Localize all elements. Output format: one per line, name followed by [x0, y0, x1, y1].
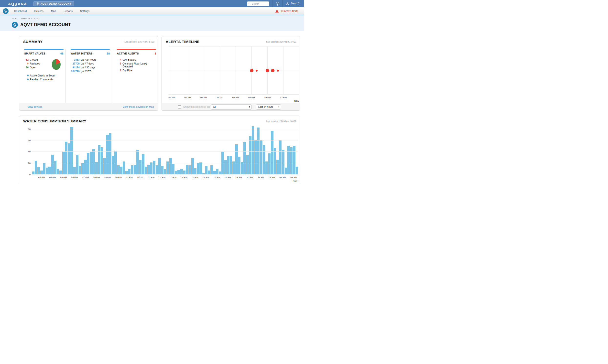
- consumption-bar: [95, 162, 97, 174]
- consumption-bar: [287, 146, 290, 174]
- consumption-bar: [197, 163, 199, 174]
- nav-tab-settings[interactable]: Settings: [80, 10, 90, 13]
- alert-event-dot[interactable]: [266, 69, 269, 72]
- y-axis-label: 20: [25, 162, 30, 164]
- water-meters-count: 68: [107, 52, 110, 55]
- consumption-bar: [265, 161, 268, 174]
- y-gridline: [32, 174, 298, 174]
- stat-row: 4Low Battery: [117, 58, 156, 61]
- nav-tab-devices[interactable]: Devices: [34, 10, 43, 13]
- timeline-gridline: [236, 46, 236, 94]
- top-app-bar: AQUANA AQVT DEMO ACCOUNT ? Dean C: [0, 0, 304, 7]
- consumption-bar: [98, 145, 100, 174]
- y-axis-label: 0: [25, 173, 30, 176]
- primary-nav: DashboardDevicesMapReportsSettings 19 Ac…: [0, 7, 304, 15]
- app-logo-icon[interactable]: [3, 8, 9, 14]
- time-range-select[interactable]: Last 24 hours ▲▼: [256, 104, 281, 109]
- search-icon: [249, 2, 251, 5]
- stat-label: Pending Commands: [30, 78, 53, 81]
- account-selector-button[interactable]: AQVT DEMO ACCOUNT: [33, 1, 74, 6]
- y-gridline: [32, 129, 298, 129]
- stat-value: 2883: [71, 58, 80, 61]
- consumption-bar: [106, 135, 108, 174]
- active-alerts-badge[interactable]: 19 Active Alerts: [275, 9, 298, 13]
- stat-label: Low Battery: [122, 58, 136, 61]
- alert-event-dot[interactable]: [271, 69, 274, 72]
- consumption-bar: [246, 155, 249, 174]
- alert-triangle-icon: [275, 9, 279, 13]
- stat-label: gal / YTD: [81, 70, 92, 73]
- view-devices-link[interactable]: View devices: [27, 105, 42, 108]
- timeline-gridline: [204, 46, 204, 94]
- bar-series: [32, 124, 298, 174]
- alerts-timeline-card: ALERTS TIMELINE Last updated: 2:26:46pm,…: [161, 36, 300, 111]
- help-icon[interactable]: ?: [276, 2, 279, 6]
- consumption-bar: [232, 161, 235, 174]
- user-name[interactable]: Dean C: [291, 2, 300, 5]
- stat-row: 12Closed: [24, 58, 52, 61]
- y-axis-label: 60: [25, 139, 30, 142]
- breadcrumb[interactable]: AQVT DEMO ACCOUNT: [12, 17, 304, 20]
- timeline-tick-label: Fri 04: [217, 96, 223, 99]
- nav-tab-map[interactable]: Map: [51, 10, 56, 13]
- timeline-tick-label: 09 AM: [264, 96, 271, 99]
- stat-value: 0: [24, 62, 29, 65]
- timeline-baseline: [169, 94, 299, 94]
- alert-event-dot[interactable]: [277, 70, 279, 72]
- consumption-bar: [84, 160, 87, 174]
- consumption-bar: [81, 163, 84, 174]
- page-title: AQVT DEMO ACCOUNT: [20, 22, 71, 27]
- alert-event-dot[interactable]: [256, 70, 258, 72]
- consumption-bar: [224, 160, 226, 174]
- page-header: AQVT DEMO ACCOUNT AQVT DEMO ACCOUNT: [0, 15, 304, 31]
- alert-type-filter-select[interactable]: All ▲▼: [211, 104, 252, 109]
- timeline-gridline: [188, 46, 188, 94]
- water-consumption-now-label: Now: [26, 180, 298, 182]
- consumption-bar: [252, 126, 254, 174]
- stat-value: 27708: [71, 62, 80, 65]
- stat-value: 0: [24, 78, 29, 81]
- timeline-gridline: [283, 46, 283, 94]
- consumption-bar: [227, 156, 229, 174]
- consumption-bar: [37, 167, 40, 174]
- consumption-bar: [296, 167, 298, 174]
- consumption-bar: [134, 165, 136, 174]
- alert-type-list: 4Low Battery3Constant Flow (Leak) Detect…: [117, 58, 156, 72]
- consumption-bar: [158, 158, 161, 174]
- consumption-bar: [145, 167, 147, 174]
- stat-value: 4: [117, 58, 121, 61]
- alert-event-dot[interactable]: [250, 69, 253, 72]
- x-tick-label: 04 PM: [49, 176, 56, 179]
- x-tick-label: 07 PM: [82, 176, 89, 179]
- summary-last-updated: Last updated: 2:26:46pm, 3/4/22: [125, 40, 154, 43]
- search-input[interactable]: [252, 2, 268, 5]
- nav-tab-reports[interactable]: Reports: [64, 10, 73, 13]
- water-consumption-title: WATER CONSUMPTION SUMMARY: [23, 119, 86, 123]
- consumption-bar: [59, 170, 62, 174]
- show-missed-checkins-checkbox[interactable]: [178, 105, 181, 108]
- x-tick-label: 06 AM: [203, 176, 210, 179]
- consumption-bar: [249, 136, 251, 174]
- consumption-bar: [51, 155, 54, 174]
- consumption-bar: [274, 148, 276, 174]
- consumption-bar: [109, 133, 111, 174]
- consumption-bar: [260, 140, 262, 174]
- consumption-bar: [76, 155, 79, 174]
- consumption-bar: [112, 156, 114, 174]
- water-meter-list: 2883gal / 24 hours27708gal / 7 days94174…: [71, 58, 110, 73]
- x-tick-label: 05 AM: [192, 176, 198, 179]
- x-tick-label: 10 PM: [115, 176, 122, 179]
- user-menu[interactable]: Dean C: [286, 2, 300, 5]
- aquana-logo[interactable]: AQUANA: [8, 2, 27, 6]
- consumption-bar: [92, 149, 95, 174]
- view-on-map-link[interactable]: View these devices on Map: [123, 105, 154, 108]
- x-tick-label: 02 AM: [159, 176, 165, 179]
- layers-glyph-icon: [4, 9, 8, 13]
- nav-tab-dashboard[interactable]: Dashboard: [14, 10, 27, 13]
- timeline-tick-label: 03 AM: [232, 96, 239, 99]
- search-box[interactable]: [247, 1, 269, 6]
- timeline-tick-label: 06 PM: [185, 96, 191, 99]
- x-tick-label: 11 PM: [126, 176, 133, 179]
- stat-value: 1: [117, 69, 121, 72]
- y-axis-label: 40: [25, 150, 30, 153]
